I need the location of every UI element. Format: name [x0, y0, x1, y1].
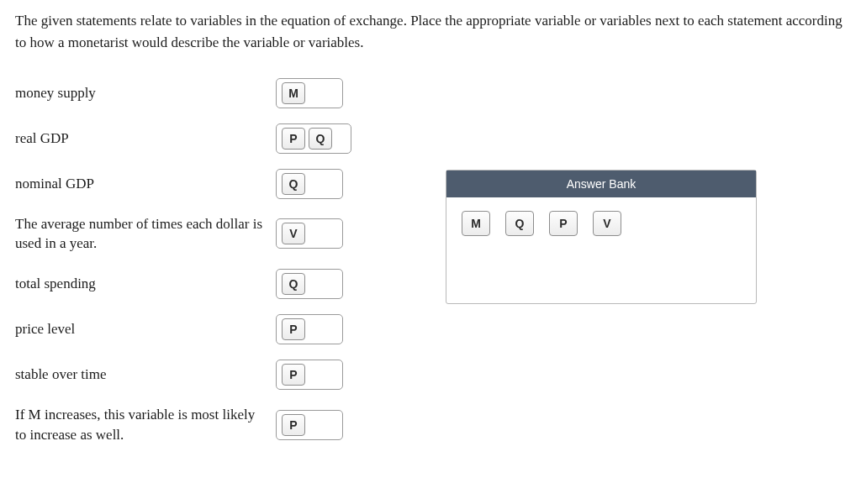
statement-label: real GDP: [15, 129, 276, 149]
bank-tile-q[interactable]: Q: [505, 211, 534, 236]
dropzone[interactable]: P: [276, 314, 343, 344]
variable-tile[interactable]: V: [282, 223, 305, 244]
dropzone[interactable]: M: [276, 78, 343, 108]
variable-tile[interactable]: P: [282, 364, 305, 386]
statement-label: nominal GDP: [15, 174, 276, 194]
variable-tile[interactable]: Q: [309, 128, 332, 150]
bank-tile-p[interactable]: P: [549, 211, 578, 236]
variable-tile[interactable]: P: [282, 128, 305, 150]
statement-label: price level: [15, 319, 276, 339]
answer-bank: Answer Bank M Q P V: [446, 170, 757, 304]
row-price-level: price level P: [15, 314, 846, 344]
answer-bank-title: Answer Bank: [446, 171, 756, 197]
dropzone[interactable]: Q: [276, 269, 343, 299]
dropzone[interactable]: P: [276, 410, 343, 440]
dropzone[interactable]: Q: [276, 169, 343, 199]
variable-tile[interactable]: P: [282, 318, 305, 340]
instructions-text: The given statements relate to variables…: [15, 10, 846, 55]
variable-tile[interactable]: Q: [282, 173, 305, 195]
dropzone[interactable]: V: [276, 218, 343, 249]
bank-tile-m[interactable]: M: [462, 211, 490, 236]
statement-label: total spending: [15, 274, 276, 294]
dropzone[interactable]: P Q: [276, 123, 351, 154]
answer-bank-body[interactable]: M Q P V: [446, 197, 756, 303]
statement-label: money supply: [15, 83, 276, 103]
variable-tile[interactable]: M: [282, 82, 305, 104]
dropzone[interactable]: P: [276, 360, 343, 390]
row-money-supply: money supply M: [15, 78, 846, 108]
row-m-increases: If M increases, this variable is most li…: [15, 405, 846, 445]
bank-tile-v[interactable]: V: [593, 211, 621, 236]
row-real-gdp: real GDP P Q: [15, 123, 846, 154]
variable-tile[interactable]: Q: [282, 273, 305, 295]
row-stable-over-time: stable over time P: [15, 360, 846, 390]
variable-tile[interactable]: P: [282, 414, 305, 436]
statement-label: The average number of times each dollar …: [15, 214, 276, 255]
statement-label: If M increases, this variable is most li…: [15, 405, 276, 445]
statement-label: stable over time: [15, 365, 276, 385]
